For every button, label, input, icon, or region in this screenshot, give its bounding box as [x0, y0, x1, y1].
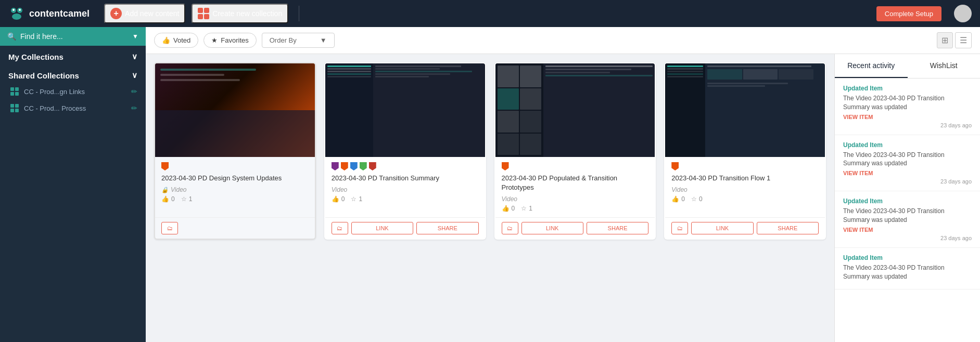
card-type-4: Video: [671, 186, 819, 193]
star-stat-icon-2: ☆: [351, 195, 357, 203]
flag-red: [369, 162, 376, 170]
avatar[interactable]: [954, 5, 972, 22]
flag-green: [360, 162, 367, 170]
search-arrow-icon: ▼: [132, 33, 138, 40]
grid-view-button[interactable]: ⊞: [937, 32, 953, 48]
card-type-1: 🔒 Video: [161, 186, 309, 193]
favorites-stat-1: ☆ 1: [181, 195, 193, 203]
favorites-stat-2: ☆ 1: [351, 195, 362, 203]
sidebar-item-label-2: CC - Prod... Process: [24, 104, 86, 112]
card-file-button-2[interactable]: 🗂: [332, 222, 348, 234]
card-flags-2: [332, 162, 479, 170]
tab-recent-activity[interactable]: Recent activity: [835, 54, 908, 78]
card-4: MP4 ⋮: [664, 62, 826, 240]
edit-icon[interactable]: ✏: [131, 87, 137, 96]
flag-purple: [332, 162, 339, 170]
activity-link-1[interactable]: VIEW ITEM: [843, 114, 972, 120]
card-link-button-3[interactable]: LINK: [521, 222, 583, 234]
svg-point-4: [19, 9, 21, 11]
card-stats-2: 👍 0 ☆ 1: [332, 195, 479, 203]
thumbs-up-stat-icon: 👍: [161, 195, 169, 203]
favorites-button[interactable]: ★ Favorites: [203, 33, 256, 48]
card-type-3: Video: [502, 195, 649, 203]
card-thumbnail-3: [495, 63, 655, 157]
view-toggle: ⊞ ☰: [937, 32, 972, 48]
activity-label-1: Updated Item: [843, 85, 972, 92]
card-file-button-1[interactable]: 🗂: [161, 222, 178, 234]
flag-orange-2: [341, 162, 348, 170]
card-link-button-2[interactable]: LINK: [351, 222, 413, 234]
card-flags-1: [161, 162, 309, 170]
create-collection-button[interactable]: Create new collection: [192, 4, 288, 23]
top-navigation: contentcamel + Add new content Create ne…: [0, 0, 980, 27]
cards-scroll: MP4 ⋮: [146, 54, 834, 342]
voted-button[interactable]: 👍 Voted: [154, 33, 198, 48]
activity-link-3[interactable]: VIEW ITEM: [843, 227, 972, 233]
collection-item-icon: [10, 87, 19, 96]
thumbs-up-icon: 👍: [162, 36, 170, 44]
list-view-button[interactable]: ☰: [955, 32, 972, 48]
sidebar-item-links[interactable]: CC - Prod...gn Links ✏: [0, 83, 146, 100]
card-thumbnail-1: [155, 63, 315, 157]
card-header-1: MP4 ⋮: [155, 63, 315, 157]
favorites-stat-4: ☆ 0: [691, 195, 703, 203]
my-collections-section[interactable]: My Collections ∨: [0, 46, 146, 64]
card-body-3: 2023-04-30 PD Populated & Transition Pro…: [495, 157, 655, 217]
thumbs-up-stat-icon-2: 👍: [332, 195, 339, 203]
logo-icon: [8, 5, 25, 22]
right-tabs: Recent activity WishList: [835, 54, 980, 78]
card-header-4: MP4 ⋮: [665, 63, 825, 157]
flag-orange-3: [502, 162, 509, 170]
card-stats-4: 👍 0 ☆ 0: [671, 195, 819, 203]
card-title-4: 2023-04-30 PD Transition Flow 1: [671, 174, 819, 183]
card-file-button-3[interactable]: 🗂: [502, 222, 518, 234]
thumbs-up-stat-icon-3: 👍: [502, 205, 510, 212]
plus-icon: +: [110, 8, 122, 19]
activity-label-4: Updated Item: [843, 254, 972, 261]
tab-wishlist[interactable]: WishList: [908, 54, 981, 78]
right-panel: Recent activity WishList Updated Item Th…: [834, 54, 980, 342]
card-thumbnail-2: [325, 63, 485, 157]
activity-item-2: Updated Item The Video 2023-04-30 PD Tra…: [835, 135, 980, 192]
star-stat-icon-4: ☆: [691, 195, 697, 203]
card-flags-4: [671, 162, 819, 170]
activity-time-2: 23 days ago: [843, 178, 972, 185]
collapse-icon-shared: ∨: [132, 71, 137, 80]
card-header-2: MP4 ⋮: [325, 63, 485, 157]
card-title-1: 2023-04-30 PD Design System Updates: [161, 174, 309, 183]
collection-icon: [198, 8, 209, 19]
activity-text-3: The Video 2023-04-30 PD Transition Summa…: [843, 207, 972, 225]
activity-item-4: Updated Item The Video 2023-04-30 PD Tra…: [835, 248, 980, 290]
card-link-button-4[interactable]: LINK: [691, 222, 753, 234]
activity-link-2[interactable]: VIEW ITEM: [843, 170, 972, 176]
collection-item-icon-2: [10, 104, 19, 112]
card-file-button-4[interactable]: 🗂: [671, 222, 688, 234]
add-content-button[interactable]: + Add new content: [104, 4, 185, 23]
cards-and-panel: MP4 ⋮: [146, 54, 980, 342]
complete-setup-button[interactable]: Complete Setup: [876, 6, 941, 21]
edit-icon-2[interactable]: ✏: [131, 104, 137, 112]
star-stat-icon-3: ☆: [521, 205, 527, 212]
search-bar[interactable]: 🔍 Find it here... ▼: [0, 27, 146, 46]
cards-grid: MP4 ⋮: [154, 62, 826, 240]
card-3: MP4 ⋮: [494, 62, 656, 240]
sidebar-item-process[interactable]: CC - Prod... Process ✏: [0, 100, 146, 116]
favorites-stat-3: ☆ 1: [521, 205, 532, 212]
nav-divider: [299, 6, 299, 21]
content-area: 👍 Voted ★ Favorites Order By ▼ ⊞ ☰: [146, 27, 980, 342]
card-actions-1: 🗂: [155, 217, 315, 239]
shared-collections-section[interactable]: Shared Collections ∨: [0, 64, 146, 83]
order-by-select[interactable]: Order By ▼: [262, 33, 335, 48]
card-share-button-2[interactable]: SHARE: [416, 222, 478, 234]
card-stats-1: 👍 0 ☆ 1: [161, 195, 309, 203]
card-body-4: 2023-04-30 PD Transition Flow 1 Video 👍 …: [665, 157, 825, 217]
card-share-button-3[interactable]: SHARE: [587, 222, 648, 234]
card-share-button-4[interactable]: SHARE: [757, 222, 819, 234]
votes-stat-1: 👍 0: [161, 195, 175, 203]
activity-label-2: Updated Item: [843, 141, 972, 149]
activity-time-1: 23 days ago: [843, 122, 972, 128]
flag-blue: [350, 162, 358, 170]
main-body: 🔍 Find it here... ▼ My Collections ∨ Sha…: [0, 27, 980, 342]
card-actions-4: 🗂 LINK SHARE: [665, 217, 825, 239]
activity-text-2: The Video 2023-04-30 PD Transition Summa…: [843, 151, 972, 168]
